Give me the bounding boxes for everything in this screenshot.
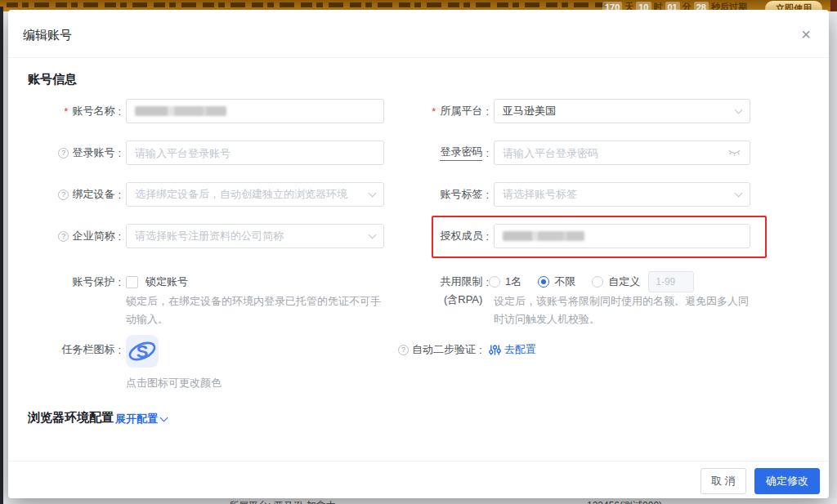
label-text: 绑定设备	[72, 187, 114, 202]
share-limit-radio-group: 1名 不限 自定义 1-99	[489, 270, 694, 294]
auth-member-input[interactable]	[494, 224, 750, 248]
topbar-text-illegible	[7, 2, 611, 7]
lock-account-label: 锁定账号	[145, 274, 188, 289]
label-platform: * 所属平台 :	[351, 99, 489, 123]
expand-config-link: 展开配置	[115, 412, 158, 426]
label-bind-device: ? 绑定设备 :	[8, 182, 121, 207]
chevron-down-icon	[735, 105, 743, 114]
company-name-select[interactable]: 请选择账号注册资料的公司简称	[126, 224, 384, 248]
label-account-name: * 账号名称 :	[8, 99, 121, 123]
login-account-input[interactable]	[135, 147, 375, 159]
required-mark: *	[64, 105, 68, 118]
chevron-down-icon	[160, 414, 168, 422]
bind-device-placeholder: 选择绑定设备后，自动创建独立的浏览器环境	[135, 187, 369, 202]
help-icon: ?	[398, 345, 409, 355]
label-text: 登录账号	[72, 145, 114, 160]
label-text: 企业简称	[72, 229, 114, 243]
label-colon: :	[118, 276, 121, 288]
section-account-info: 账号信息	[28, 72, 77, 87]
label-text: 授权成员	[440, 229, 482, 243]
account-tag-placeholder: 请选择账号标签	[503, 187, 736, 202]
custom-limit-input[interactable]: 1-99	[648, 271, 694, 292]
section-browser-env: 浏览器环境配置	[28, 410, 114, 426]
taskbar-icon-hint: 点击图标可更改颜色	[126, 376, 222, 390]
account-name-input[interactable]	[126, 99, 384, 123]
background-left-edge	[0, 7, 3, 504]
label-company-name: ? 企业简称 :	[8, 224, 121, 248]
label-taskbar-icon: 任务栏图标 :	[8, 340, 121, 359]
lock-account-option: 锁定账号	[126, 270, 188, 294]
platform-select[interactable]: 亚马逊美国	[494, 99, 750, 123]
radio-custom-label: 自定义	[608, 274, 640, 289]
label-colon: :	[118, 147, 121, 159]
account-tag-select[interactable]: 请选择账号标签	[494, 182, 750, 207]
confirm-button[interactable]: 确定修改	[754, 468, 820, 494]
taskbar-app-icon[interactable]: S	[126, 335, 159, 368]
help-icon: ?	[58, 231, 69, 242]
cancel-button[interactable]: 取 消	[700, 468, 746, 494]
label-colon: :	[479, 344, 482, 356]
share-limit-helper: 设定后，该账号将限制同时使用的名额。避免因多人同时访问触发人机校验。	[494, 292, 757, 328]
svg-text:S: S	[137, 341, 149, 362]
close-icon[interactable]: ×	[796, 25, 816, 44]
topbar-end-block	[830, 0, 837, 11]
label-text: 账号保护	[72, 274, 114, 289]
label-account-tag: 账号标签 :	[351, 182, 489, 207]
label-colon: :	[486, 230, 489, 243]
label-text: (含RPA)	[444, 292, 482, 307]
radio-custom[interactable]	[592, 276, 603, 288]
redacted-value	[135, 106, 226, 116]
label-colon: :	[118, 230, 121, 243]
auto-2fa-row: ? 自动二步验证 : 去配置	[398, 340, 536, 359]
background-page-bottom: 所属平台: 亚马逊-加拿大 123456(测试000)	[3, 498, 837, 504]
login-password-field	[494, 140, 750, 165]
required-mark: *	[432, 105, 436, 118]
dialog-title: 编辑账号	[23, 28, 72, 43]
label-colon: :	[486, 147, 489, 159]
background-account-text: 123456(测试000)	[587, 499, 662, 504]
radio-one-member[interactable]	[489, 276, 500, 288]
label-account-protection: 账号保护 :	[8, 270, 121, 294]
label-text: 所属平台	[440, 104, 482, 118]
label-login-account: ? 登录账号 :	[8, 140, 121, 165]
edit-account-dialog: 编辑账号 × 账号信息 * 账号名称 : * 所属平台 : 亚马逊美国 ? 登录…	[8, 10, 829, 498]
eye-off-icon[interactable]	[727, 147, 741, 158]
label-text: 登录密码	[440, 145, 482, 161]
expand-config-control[interactable]: 展开配置	[115, 412, 167, 426]
label-text: 账号标签	[440, 187, 482, 202]
label-text: 任务栏图标	[61, 342, 114, 357]
login-account-field	[126, 140, 384, 165]
help-icon: ?	[58, 148, 69, 158]
label-login-password: 登录密码 :	[351, 140, 489, 165]
company-name-placeholder: 请选择账号注册资料的公司简称	[135, 229, 369, 243]
browser-s-icon: S	[127, 336, 158, 367]
label-colon: :	[486, 189, 489, 201]
label-colon: :	[486, 105, 489, 118]
label-colon: :	[118, 189, 121, 201]
label-colon: :	[118, 105, 121, 118]
help-icon: ?	[58, 190, 69, 200]
label-auto-2fa: 自动二步验证	[412, 342, 476, 357]
radio-one-member-label: 1名	[505, 274, 521, 289]
account-protection-helper: 锁定后，在绑定设备的环境内登录已托管的凭证不可手动输入。	[126, 292, 389, 328]
dialog-header: 编辑账号 ×	[8, 10, 829, 58]
bind-device-select[interactable]: 选择绑定设备后，自动创建独立的浏览器环境	[126, 182, 384, 207]
login-password-input[interactable]	[503, 147, 727, 159]
screen: 170 天 10 时 01 分 28 秒后过期 立即使用 所属平台: 亚马逊-加…	[0, 0, 837, 504]
footer-divider	[8, 461, 829, 462]
chevron-down-icon	[735, 189, 743, 197]
label-text: 共用限制	[440, 274, 482, 289]
configure-2fa-link[interactable]: 去配置	[504, 342, 536, 357]
redacted-value	[503, 231, 584, 241]
sliders-icon	[489, 344, 501, 356]
lock-account-checkbox[interactable]	[126, 276, 138, 288]
label-text: 账号名称	[72, 104, 114, 118]
platform-value: 亚马逊美国	[503, 104, 736, 118]
background-platform-text: 所属平台: 亚马逊-加拿大	[229, 499, 336, 504]
label-auth-member: 授权成员 :	[351, 224, 489, 248]
radio-unlimited[interactable]	[538, 276, 549, 288]
label-colon: :	[118, 344, 121, 356]
label-share-limit-rpa: (含RPA) :	[351, 291, 489, 309]
radio-unlimited-label: 不限	[554, 274, 575, 289]
